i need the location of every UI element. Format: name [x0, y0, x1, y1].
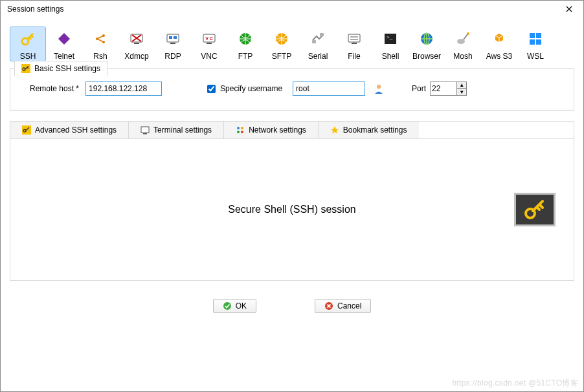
tab-terminal-settings[interactable]: Terminal settings [129, 122, 224, 138]
port-spinner[interactable]: ▲ ▼ [457, 82, 467, 96]
key-icon [20, 31, 36, 47]
sftp-icon [275, 32, 289, 46]
session-type-serial[interactable]: Serial [300, 27, 336, 61]
specify-username-label: Specify username [220, 84, 282, 93]
session-type-shell[interactable]: >_ Shell [372, 27, 409, 61]
remote-host-label: Remote host * [30, 84, 79, 93]
svg-rect-7 [170, 43, 175, 44]
session-type-sftp[interactable]: SFTP [264, 27, 300, 61]
session-type-aws[interactable]: Aws S3 [481, 27, 517, 61]
user-icon [373, 83, 385, 94]
session-type-xdmcp[interactable]: Xdmcp [118, 27, 155, 61]
key-icon [22, 125, 31, 135]
star-icon [330, 125, 339, 135]
specify-username-input[interactable] [207, 85, 216, 93]
cancel-button[interactable]: Cancel [315, 299, 371, 313]
tab-bookmark-settings[interactable]: Bookmark settings [319, 122, 419, 138]
session-type-label: Aws S3 [482, 52, 517, 61]
session-heading: Secure Shell (SSH) session [228, 204, 355, 215]
svg-rect-8 [169, 36, 172, 39]
cancel-icon [324, 301, 333, 310]
aws-icon [491, 31, 507, 47]
session-type-ftp[interactable]: FTP [227, 27, 264, 61]
pick-user-button[interactable] [372, 82, 386, 96]
session-type-label: SSH [10, 52, 45, 61]
svg-point-37 [241, 127, 243, 129]
basic-settings-panel: Basic SSH settings Remote host * Specify… [10, 68, 574, 111]
network-icon [236, 125, 245, 135]
close-icon [566, 6, 572, 12]
svg-point-26 [467, 32, 469, 35]
session-type-tile [514, 193, 556, 226]
shell-icon: >_ [383, 32, 398, 46]
port-label: Port [412, 84, 426, 93]
svg-rect-19 [350, 36, 358, 38]
username-input[interactable] [293, 82, 365, 96]
session-type-file[interactable]: File [336, 27, 372, 61]
session-type-rdp[interactable]: RDP [155, 27, 191, 61]
tab-label: Basic SSH settings [34, 64, 100, 73]
titlebar: Session settings [1, 1, 583, 17]
vnc-icon: V C [201, 31, 217, 47]
remote-host-input[interactable] [85, 82, 162, 96]
specify-username-checkbox[interactable]: Specify username [205, 83, 282, 95]
terminal-icon [140, 125, 150, 135]
wsl-icon [528, 32, 543, 46]
svg-point-41 [223, 302, 231, 310]
tab-advanced-ssh[interactable]: Advanced SSH settings [10, 122, 129, 138]
session-type-rsh[interactable]: Rsh [82, 27, 118, 61]
svg-point-25 [457, 39, 465, 44]
serial-icon [310, 31, 326, 47]
port-input[interactable] [430, 82, 457, 96]
session-type-telnet[interactable]: Telnet [46, 27, 82, 61]
ok-icon [223, 301, 232, 310]
svg-rect-28 [536, 33, 541, 38]
session-type-label: Xdmcp [119, 52, 154, 61]
svg-rect-35 [143, 133, 147, 135]
svg-text:V C: V C [205, 36, 213, 41]
svg-point-38 [237, 131, 240, 133]
tab-label: Advanced SSH settings [35, 125, 117, 135]
svg-rect-6 [167, 34, 179, 42]
svg-rect-17 [348, 34, 360, 42]
session-type-label: File [337, 52, 372, 61]
session-type-wsl[interactable]: WSL [517, 27, 554, 61]
button-label: Cancel [337, 301, 361, 310]
tab-basic-ssh[interactable]: Basic SSH settings [14, 61, 107, 76]
port-spin-down[interactable]: ▼ [457, 89, 466, 95]
rdp-icon [165, 31, 181, 47]
tab-label: Terminal settings [153, 125, 212, 135]
close-button[interactable] [559, 2, 579, 16]
session-description-panel: Secure Shell (SSH) session [10, 138, 574, 281]
svg-rect-30 [536, 39, 541, 45]
session-type-mosh[interactable]: Mosh [445, 27, 481, 61]
svg-rect-5 [134, 43, 139, 44]
session-type-browser[interactable]: Browser [409, 27, 445, 61]
advanced-tabs: Advanced SSH settings Terminal settings … [10, 121, 574, 138]
tab-label: Bookmark settings [343, 125, 407, 135]
svg-rect-18 [352, 43, 357, 44]
svg-point-36 [237, 127, 240, 129]
key-icon [522, 198, 548, 221]
mosh-icon [455, 31, 471, 47]
svg-rect-27 [530, 33, 535, 38]
port-spin-up[interactable]: ▲ [457, 82, 466, 89]
svg-point-39 [241, 131, 243, 133]
session-type-label: Browser [409, 52, 444, 61]
xdmcp-icon [129, 31, 144, 47]
session-type-label: Telnet [47, 52, 82, 61]
session-type-label: FTP [228, 52, 263, 61]
tab-network-settings[interactable]: Network settings [224, 122, 319, 138]
watermark: https://blog.csdn.net @51CTO博客 [453, 378, 578, 389]
session-type-vnc[interactable]: V C VNC [191, 27, 227, 61]
session-type-label: RDP [155, 52, 190, 61]
button-label: OK [236, 301, 247, 310]
session-type-label: Serial [300, 52, 335, 61]
session-settings-window: Session settings SSH Telnet Rsh Xdmcp [0, 0, 584, 392]
dialog-buttons: OK Cancel [7, 299, 577, 313]
session-type-label: Shell [373, 52, 408, 61]
ok-button[interactable]: OK [213, 299, 256, 313]
svg-rect-34 [141, 127, 149, 133]
session-type-ssh[interactable]: SSH [10, 27, 46, 61]
svg-rect-16 [320, 33, 324, 36]
